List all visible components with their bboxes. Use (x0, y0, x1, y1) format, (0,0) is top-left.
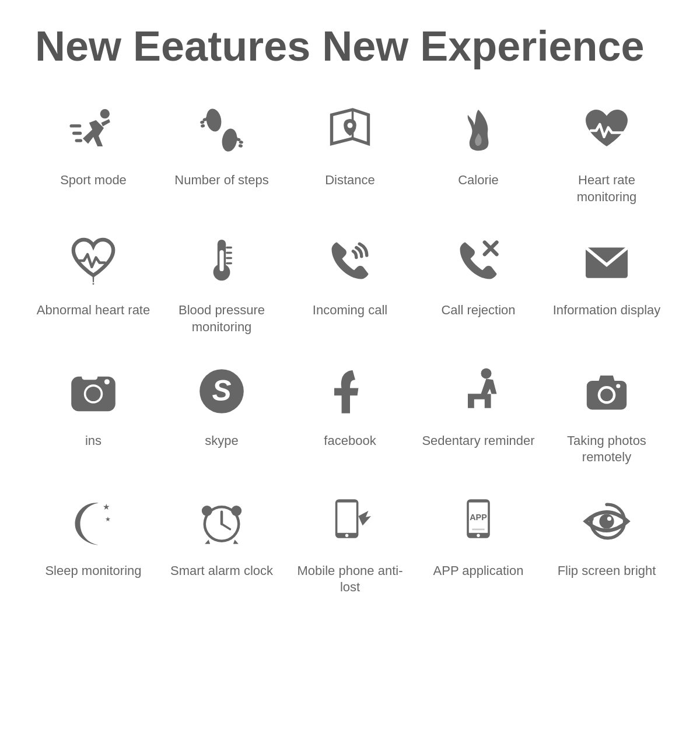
flip-screen-bright-icon (575, 489, 639, 553)
facebook-icon (318, 359, 382, 423)
feature-abnormal-heart-rate: ! Abnormal heart rate (35, 229, 152, 335)
svg-point-33 (104, 379, 110, 384)
svg-text:S: S (212, 374, 231, 406)
feature-information-display: Information display (548, 229, 665, 335)
feature-number-of-steps: Number of steps (163, 99, 280, 205)
feature-heart-rate-monitoring: Heart rate monitoring (548, 99, 665, 205)
feature-flip-screen-bright: Flip screen bright (548, 489, 665, 596)
taking-photos-remotely-icon (575, 359, 639, 423)
heart-rate-monitoring-label: Heart rate monitoring (548, 172, 665, 205)
feature-sport-mode: Sport mode (35, 99, 152, 205)
svg-rect-56 (472, 528, 485, 530)
smart-alarm-clock-label: Smart alarm clock (170, 563, 273, 580)
feature-smart-alarm-clock: Smart alarm clock (163, 489, 280, 596)
feature-mobile-phone-anti-lost: Mobile phone anti-lost (292, 489, 408, 596)
feature-taking-photos-remotely: Taking photos remotely (548, 359, 665, 466)
incoming-call-icon (318, 229, 382, 293)
abnormal-heart-rate-icon: ! (61, 229, 125, 293)
calorie-label: Calorie (458, 172, 499, 189)
feature-incoming-call: Incoming call (292, 229, 408, 335)
svg-text:!: ! (92, 275, 95, 287)
svg-text:★: ★ (103, 502, 110, 511)
call-rejection-label: Call rejection (441, 302, 515, 319)
distance-label: Distance (325, 172, 375, 189)
svg-point-46 (231, 506, 242, 516)
information-display-label: Information display (553, 302, 661, 319)
smart-alarm-clock-icon (190, 489, 254, 553)
sleep-monitoring-label: Sleep monitoring (45, 563, 141, 580)
information-display-icon (575, 229, 639, 293)
sleep-monitoring-icon: ★ ★ (61, 489, 125, 553)
sport-mode-icon (61, 99, 125, 163)
abnormal-heart-rate-label: Abnormal heart rate (37, 302, 150, 319)
features-grid: Sport mode Number of steps (35, 99, 665, 596)
feature-ins: ins (35, 359, 152, 466)
svg-point-45 (202, 506, 212, 516)
svg-point-16 (348, 123, 353, 128)
svg-text:★: ★ (105, 515, 111, 522)
call-rejection-icon (446, 229, 510, 293)
blood-pressure-monitoring-icon (190, 229, 254, 293)
mobile-phone-anti-lost-icon (318, 489, 382, 553)
feature-app-application: APP APP application (420, 489, 537, 596)
svg-point-4 (205, 108, 223, 133)
svg-point-8 (201, 124, 205, 128)
sedentary-reminder-label: Sedentary reminder (422, 433, 534, 450)
skype-icon: S (190, 359, 254, 423)
svg-point-54 (477, 534, 480, 536)
facebook-label: facebook (324, 433, 376, 450)
svg-point-9 (220, 128, 239, 153)
svg-point-36 (481, 368, 492, 378)
incoming-call-label: Incoming call (313, 302, 387, 319)
heart-rate-monitoring-icon (575, 99, 639, 163)
feature-skype: S skype (163, 359, 280, 466)
skype-label: skype (205, 433, 238, 450)
taking-photos-remotely-label: Taking photos remotely (548, 433, 665, 466)
ins-label: ins (85, 433, 102, 450)
svg-point-40 (616, 384, 620, 388)
page-heading: New Eeatures New Experience (35, 23, 665, 69)
feature-sedentary-reminder: Sedentary reminder (420, 359, 537, 466)
svg-point-32 (86, 386, 100, 401)
blood-pressure-monitoring-label: Blood pressure monitoring (163, 302, 280, 335)
svg-point-39 (600, 388, 613, 401)
svg-rect-1 (70, 124, 82, 127)
feature-calorie: Calorie (420, 99, 537, 205)
svg-rect-3 (75, 139, 83, 142)
svg-point-58 (607, 517, 611, 521)
flip-screen-bright-label: Flip screen bright (558, 563, 656, 580)
svg-rect-30 (82, 372, 97, 380)
number-of-steps-icon (190, 99, 254, 163)
app-application-label: APP application (433, 563, 524, 580)
distance-icon (318, 99, 382, 163)
svg-point-51 (345, 534, 348, 536)
svg-rect-2 (72, 132, 82, 135)
ins-icon (61, 359, 125, 423)
feature-distance: Distance (292, 99, 408, 205)
svg-point-57 (599, 514, 614, 528)
svg-rect-21 (219, 250, 223, 271)
app-application-icon: APP (446, 489, 510, 553)
feature-blood-pressure-monitoring: Blood pressure monitoring (163, 229, 280, 335)
feature-facebook: facebook (292, 359, 408, 466)
svg-rect-50 (337, 502, 356, 532)
number-of-steps-label: Number of steps (174, 172, 268, 189)
svg-point-13 (238, 144, 243, 148)
calorie-icon (446, 99, 510, 163)
feature-call-rejection: Call rejection (420, 229, 537, 335)
svg-point-0 (100, 109, 110, 118)
sport-mode-label: Sport mode (60, 172, 127, 189)
feature-sleep-monitoring: ★ ★ Sleep monitoring (35, 489, 152, 596)
mobile-phone-anti-lost-label: Mobile phone anti-lost (292, 563, 408, 596)
sedentary-reminder-icon (446, 359, 510, 423)
svg-text:APP: APP (470, 513, 487, 522)
